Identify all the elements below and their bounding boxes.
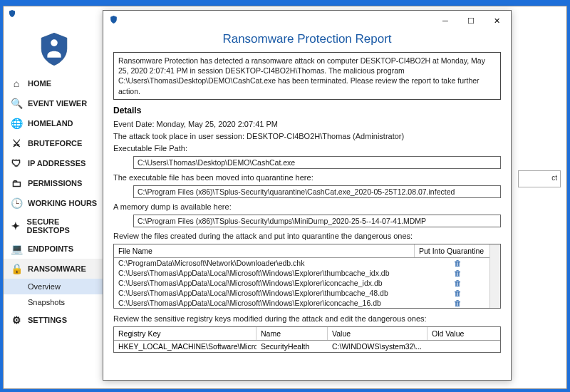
shield-icon [109, 15, 118, 26]
quarantine-path-box[interactable]: C:\Program Files (x86)\TSplus-Security\q… [133, 185, 501, 198]
trash-icon[interactable]: 🗑 [415, 269, 500, 277]
nav-label: BRUTEFORCE [28, 139, 82, 148]
lock-icon: 🔒 [11, 263, 22, 274]
nav-secure-desktops[interactable]: ✦SECURE DESKTOPS [4, 213, 105, 239]
files-table-header: File Name Put Into Quarantine [114, 244, 500, 258]
report-body: Ransomware Protection Report Ransomware … [103, 31, 511, 380]
app-logo [4, 28, 105, 73]
svg-point-0 [51, 39, 58, 46]
shield-icon [8, 9, 16, 20]
sparkle-icon: ✦ [11, 220, 21, 232]
registry-table: Registry Key Name Value Old Value HKEY_L… [113, 326, 501, 353]
file-path: C:\Users\Thomas\AppData\Local\Microsoft\… [114, 278, 415, 288]
scrollbar[interactable] [489, 244, 500, 308]
table-row[interactable]: C:\Users\Thomas\AppData\Local\Microsoft\… [114, 298, 500, 308]
nav-label: HOME [28, 79, 51, 88]
nav-label: HOMELAND [28, 119, 73, 128]
table-row[interactable]: C:\Users\Thomas\AppData\Local\Microsoft\… [114, 278, 500, 288]
file-path: C:\Users\Thomas\AppData\Local\Microsoft\… [114, 298, 415, 308]
shield-check-icon: 🛡 [11, 158, 22, 169]
exe-path-label: Executable File Path: [113, 144, 501, 153]
files-review-label: Review the files created during the atta… [113, 232, 501, 240]
quarantine-label: The executable file has been moved into … [113, 173, 501, 182]
dump-path-box[interactable]: C:\Program Files (x86)\TSplus-Security\d… [133, 215, 501, 227]
close-button[interactable]: ✕ [484, 12, 509, 29]
gear-icon: ⚙ [11, 314, 22, 326]
maximize-button[interactable]: ☐ [458, 12, 484, 29]
reg-col-value[interactable]: Value [328, 327, 428, 340]
registry-table-header: Registry Key Name Value Old Value [114, 327, 500, 341]
dump-label: A memory dump is available here: [113, 202, 501, 211]
clock-icon: 🕒 [11, 197, 22, 209]
session-line: The attack took place in user session: D… [113, 132, 501, 140]
summary-box: Ransomware Protection has detected a ran… [113, 52, 501, 100]
files-table: File Name Put Into Quarantine C:\Program… [113, 244, 501, 309]
nav-label: EVENT VIEWER [28, 99, 87, 108]
minimize-button[interactable]: ─ [432, 12, 458, 29]
table-row[interactable]: C:\Users\Thomas\AppData\Local\Microsoft\… [114, 268, 500, 278]
report-title: Ransomware Protection Report [113, 31, 501, 52]
exe-path-box[interactable]: C:\Users\Thomas\Desktop\DEMO\CashCat.exe [133, 156, 501, 169]
nav-label: ENDPOINTS [28, 244, 73, 253]
nav-label: RANSOMWARE [28, 264, 86, 273]
nav-homeland[interactable]: 🌐HOMELAND [4, 113, 105, 133]
nav-label: IP ADDRESSES [28, 159, 86, 167]
nav-home[interactable]: ⌂HOME [4, 73, 105, 93]
reg-col-old[interactable]: Old Value [428, 327, 500, 340]
trash-icon[interactable]: 🗑 [415, 279, 500, 287]
nav-ip-addresses[interactable]: 🛡IP ADDRESSES [4, 153, 105, 173]
reg-key: HKEY_LOCAL_MACHINE\Software\Microsoft\Wi… [114, 341, 256, 352]
reg-col-name[interactable]: Name [256, 327, 328, 340]
nav-label: SETTINGS [28, 316, 67, 324]
nav-ransomware[interactable]: 🔒RANSOMWARE [4, 259, 105, 279]
nav-permissions[interactable]: 🗀PERMISSIONS [4, 173, 105, 193]
nav-event-viewer[interactable]: 🔍EVENT VIEWER [4, 93, 105, 113]
table-row[interactable]: C:\Users\Thomas\AppData\Local\Microsoft\… [114, 288, 500, 298]
nav-label: PERMISSIONS [28, 179, 82, 187]
sidebar: ⌂HOME 🔍EVENT VIEWER 🌐HOMELAND ⚔BRUTEFORC… [4, 28, 105, 388]
details-heading: Details [113, 105, 501, 115]
report-titlebar[interactable]: ─ ☐ ✕ [103, 11, 511, 31]
trash-icon[interactable]: 🗑 [415, 259, 500, 267]
trash-icon[interactable]: 🗑 [415, 299, 500, 307]
nav-working-hours[interactable]: 🕒WORKING HOURS [4, 193, 105, 213]
nav-settings[interactable]: ⚙SETTINGS [4, 310, 105, 330]
home-icon: ⌂ [11, 78, 22, 89]
swords-icon: ⚔ [11, 138, 22, 149]
globe-icon: 🌐 [11, 118, 22, 129]
table-row[interactable]: HKEY_LOCAL_MACHINE\Software\Microsoft\Wi… [114, 341, 500, 352]
nav-list: ⌂HOME 🔍EVENT VIEWER 🌐HOMELAND ⚔BRUTEFORC… [4, 73, 105, 330]
file-path: C:\Users\Thomas\AppData\Local\Microsoft\… [114, 268, 415, 278]
reg-value: C:\WINDOWS\system32\... [328, 341, 428, 352]
file-path: C:\ProgramData\Microsoft\Network\Downloa… [114, 258, 415, 268]
background-content: ct [515, 28, 566, 388]
table-row[interactable]: C:\ProgramData\Microsoft\Network\Downloa… [114, 258, 500, 268]
nav-label: WORKING HOURS [28, 199, 97, 207]
reg-old-value [428, 341, 500, 352]
report-window: ─ ☐ ✕ Ransomware Protection Report Ranso… [103, 10, 512, 381]
reg-name: SecurityHealth [256, 341, 328, 352]
nav-ransomware-overview[interactable]: Overview [4, 279, 105, 294]
files-col-name[interactable]: File Name [114, 244, 415, 257]
nav-endpoints[interactable]: 💻ENDPOINTS [4, 239, 105, 259]
background-partial-box: ct [518, 170, 561, 187]
nav-label: SECURE DESKTOPS [27, 217, 98, 234]
folder-icon: 🗀 [11, 177, 22, 189]
reg-col-key[interactable]: Registry Key [114, 327, 256, 340]
file-path: C:\Users\Thomas\AppData\Local\Microsoft\… [114, 288, 415, 298]
nav-bruteforce[interactable]: ⚔BRUTEFORCE [4, 133, 105, 153]
files-col-quarantine[interactable]: Put Into Quarantine [415, 244, 500, 257]
registry-review-label: Review the sensitive registry keys modif… [113, 314, 501, 323]
laptop-icon: 💻 [11, 243, 22, 254]
trash-icon[interactable]: 🗑 [415, 289, 500, 297]
event-date-line: Event Date: Monday, May 25, 2020 2:07:41… [113, 120, 501, 128]
search-icon: 🔍 [11, 98, 22, 109]
nav-ransomware-snapshots[interactable]: Snapshots [4, 294, 105, 310]
